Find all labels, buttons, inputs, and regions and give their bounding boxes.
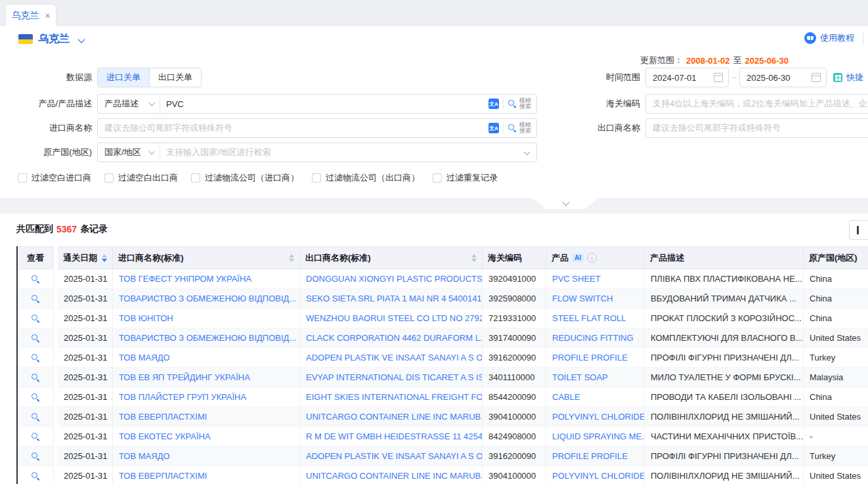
importer-link[interactable]: ТОВ МАЯДО <box>113 348 300 368</box>
tab-close-icon[interactable]: × <box>45 11 50 20</box>
exporter-link[interactable]: EIGHT SKIES INTERNATIONAL FREIGHT FOR... <box>300 387 483 407</box>
header-importer[interactable]: 进口商名称(标准) <box>113 246 300 269</box>
product-link[interactable]: POLYVINYL CHLORIDE <box>546 407 645 427</box>
header-exporter[interactable]: 出口商名称(标准) <box>300 246 483 269</box>
header-date[interactable]: 通关日期 <box>58 246 113 269</box>
importer-link[interactable]: ТОВ ЮНІТОН <box>113 309 300 328</box>
view-cell[interactable] <box>18 289 54 309</box>
info-icon[interactable]: i <box>587 253 597 263</box>
product-type-select[interactable]: 产品描述 <box>98 95 160 113</box>
checkbox-box[interactable] <box>104 173 114 183</box>
tab-ukraine[interactable]: 乌克兰 × <box>5 4 56 26</box>
view-magnifier-icon[interactable] <box>31 334 40 343</box>
importer-link[interactable]: ТОВАРИСТВО З ОБМЕЖЕНОЮ ВІДПОВІД... <box>113 328 300 348</box>
view-magnifier-icon[interactable] <box>31 353 40 363</box>
filter-checkbox[interactable]: 过滤物流公司（进口商） <box>191 172 299 184</box>
origin-type-select[interactable]: 国家/地区 <box>98 143 160 162</box>
filter-checkbox[interactable]: 过滤空白进口商 <box>18 172 91 184</box>
filter-checkbox[interactable]: 过滤物流公司（出口商） <box>312 172 420 184</box>
calendar-icon[interactable] <box>714 73 723 82</box>
view-magnifier-icon[interactable] <box>31 472 40 481</box>
collapse-filters-button[interactable] <box>533 198 599 209</box>
product-link[interactable]: PVC SHEET <box>546 269 645 289</box>
fuzzy-search-button[interactable]: 模糊搜索 <box>508 98 531 110</box>
importer-link[interactable]: ТОВ ЕВЕРПЛАСТХІМІ <box>113 407 300 427</box>
product-link[interactable]: STEEL FLAT ROLL <box>546 309 645 328</box>
chevron-down-icon[interactable] <box>77 35 85 43</box>
importer-link[interactable]: ТОВ ПЛАЙСТЕР ГРУП УКРАЇНА <box>113 387 300 407</box>
filter-checkbox[interactable]: 过滤重复记录 <box>433 172 498 184</box>
quick-select-icon[interactable] <box>833 73 842 82</box>
view-magnifier-icon[interactable] <box>31 275 40 284</box>
checkbox-box[interactable] <box>433 173 442 183</box>
importer-link[interactable]: ТОВ ЕВ ЯП ТРЕЙДИНГ УКРАЇНА <box>113 368 300 387</box>
tab-import-declarations[interactable]: 进口关单 <box>98 68 149 87</box>
product-link[interactable]: PROFILE PROFILE <box>546 447 645 466</box>
end-date-input[interactable]: 2025-06-30 <box>739 68 827 87</box>
hs-code-input[interactable]: 支持4位以上海关编码，或2位海关编码加上产品描述、企业名称 <box>645 94 868 114</box>
translate-icon[interactable]: 文A <box>488 99 499 109</box>
product-link[interactable]: TOILET SOAP <box>546 368 645 387</box>
view-cell[interactable] <box>18 269 54 289</box>
importer-input[interactable]: 建议去除公司尾部字符或特殊符号 <box>98 122 488 134</box>
view-magnifier-icon[interactable] <box>31 393 40 402</box>
importer-link[interactable]: ТОВАРИСТВО З ОБМЕЖЕНОЮ ВІДПОВІД... <box>113 289 300 309</box>
view-cell[interactable] <box>18 427 54 447</box>
sort-carets-icon[interactable] <box>289 254 294 262</box>
view-magnifier-icon[interactable] <box>31 294 40 303</box>
view-cell[interactable] <box>18 309 54 328</box>
view-magnifier-icon[interactable] <box>31 412 40 422</box>
start-date-input[interactable]: 2024-07-01 <box>645 68 729 87</box>
view-cell[interactable] <box>18 328 54 348</box>
product-link[interactable]: LIQUID SPRAYING ME... <box>546 427 645 447</box>
view-magnifier-icon[interactable] <box>31 314 40 323</box>
importer-link[interactable]: ТОВ ГЕФЕСТ УНІПРОМ УКРАЇНА <box>113 269 300 289</box>
calendar-icon[interactable] <box>812 73 821 82</box>
view-cell[interactable] <box>18 466 54 484</box>
product-search-input[interactable]: PVC <box>160 99 488 109</box>
origin-search-input[interactable]: 支持输入国家/地区进行检索 <box>160 146 525 158</box>
view-cell[interactable] <box>18 447 54 466</box>
view-cell[interactable] <box>18 368 54 387</box>
filter-checkbox-row: 过滤空白进口商 过滤空白出口商 过滤物流公司（进口商） 过滤物流公司（出口商） … <box>18 171 498 185</box>
exporter-link[interactable]: ADOPEN PLASTIK VE INSAAT SANAYI A S O... <box>300 348 483 368</box>
exporter-input[interactable]: 建议去除公司尾部字符或特殊符号 <box>645 118 868 138</box>
filter-checkbox[interactable]: 过滤空白出口商 <box>104 172 178 184</box>
sort-carets-icon[interactable] <box>102 254 107 262</box>
product-link[interactable]: FLOW SWITCH <box>546 289 645 309</box>
tab-export-declarations[interactable]: 出口关单 <box>149 68 201 87</box>
translate-icon[interactable]: 文A <box>488 123 499 133</box>
product-link[interactable]: PROFILE PROFILE <box>546 348 645 368</box>
importer-link[interactable]: ТОВ ЕВЕРПЛАСТХІМІ <box>113 466 300 484</box>
view-cell[interactable] <box>18 348 54 368</box>
checkbox-box[interactable] <box>191 173 200 183</box>
importer-link[interactable]: ТОВ МАЯДО <box>113 447 300 466</box>
exporter-link[interactable]: UNITCARGO CONTAINER LINE INC MARUB... <box>300 407 483 427</box>
exporter-link[interactable]: EVYAP INTERNATIONAL DIS TICARET A S IS..… <box>300 368 483 387</box>
product-link[interactable]: REDUCING FITTING <box>546 328 645 348</box>
importer-link[interactable]: ТОВ ЕКОТЕС УКРАЇНА <box>113 427 300 447</box>
quick-select-link[interactable]: 快捷 <box>846 68 863 87</box>
view-magnifier-icon[interactable] <box>31 432 40 441</box>
country-title[interactable]: 乌克兰 <box>38 32 70 46</box>
product-link[interactable]: CABLE <box>546 387 645 407</box>
product-link[interactable]: POLYVINYL CHLORIDE <box>546 466 645 484</box>
view-cell[interactable] <box>18 407 54 427</box>
view-cell[interactable] <box>18 387 54 407</box>
view-magnifier-icon[interactable] <box>31 373 40 382</box>
exporter-link[interactable]: SEKO SIETA SRL PIATA 1 MAI NR 4 5400141 … <box>300 289 483 309</box>
exporter-link[interactable]: DONGGUAN XIONGYI PLASTIC PRODUCTS ... <box>300 269 483 289</box>
origin-cell: United States <box>804 407 868 427</box>
checkbox-box[interactable] <box>18 173 27 183</box>
exporter-link[interactable]: CLACK CORPORATION 4462 DURAFORM L... <box>300 328 483 348</box>
table-settings-button[interactable] <box>849 220 868 240</box>
checkbox-box[interactable] <box>312 173 321 183</box>
sort-carets-icon[interactable] <box>471 254 477 262</box>
exporter-link[interactable]: WENZHOU BAORUI STEEL CO LTD NO 2792... <box>300 309 483 328</box>
exporter-link[interactable]: ADOPEN PLASTIK VE INSAAT SANAYI A S O... <box>300 447 483 466</box>
exporter-link[interactable]: R M DE WIT GMBH HEIDESTRASSE 11 4254... <box>300 427 483 447</box>
fuzzy-search-button[interactable]: 模糊搜索 <box>508 122 531 135</box>
view-magnifier-icon[interactable] <box>31 452 40 461</box>
exporter-link[interactable]: UNITCARGO CONTAINER LINE INC MARUB... <box>300 466 483 484</box>
tutorial-link[interactable]: 使用教程 <box>804 32 854 44</box>
